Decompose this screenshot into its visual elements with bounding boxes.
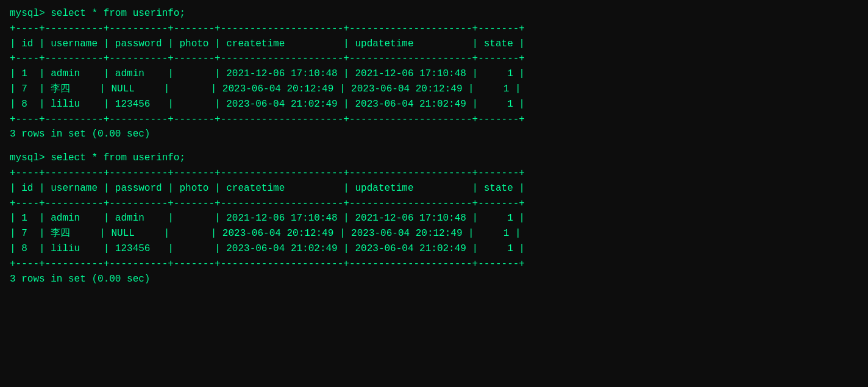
table-header-2: | id | username | password | photo | cre… (10, 181, 858, 196)
result-info-1: 3 rows in set (0.00 sec) (10, 127, 858, 142)
sql-command-2: select * from userinfo; (45, 152, 185, 163)
mysql-prompt-1: mysql> (10, 8, 45, 19)
table-header-1: | id | username | password | photo | cre… (10, 37, 858, 52)
table-row-1-1: | 1 | admin | admin | | 2021-12-06 17:10… (10, 66, 858, 82)
table-sep-mid-2: +----+----------+----------+-------+----… (10, 196, 858, 211)
table-sep-bot-2: +----+----------+----------+-------+----… (10, 257, 858, 272)
terminal: mysql> select * from userinfo; +----+---… (10, 6, 858, 286)
query-block-1: mysql> select * from userinfo; +----+---… (10, 6, 858, 142)
prompt-line-2: mysql> select * from userinfo; (10, 151, 858, 166)
table-row-2-3: | 8 | liliu | 123456 | | 2023-06-04 21:0… (10, 241, 858, 257)
table-sep-bot-1: +----+----------+----------+-------+----… (10, 112, 858, 127)
result-info-2: 3 rows in set (0.00 sec) (10, 272, 858, 287)
table-sep-top-2: +----+----------+----------+-------+----… (10, 166, 858, 181)
table-sep-mid-1: +----+----------+----------+-------+----… (10, 51, 858, 66)
table-row-1-3: | 8 | liliu | 123456 | | 2023-06-04 21:0… (10, 97, 858, 112)
table-row-2-2: | 7 | 李四 | NULL | | 2023-06-04 20:12:49 … (10, 226, 858, 241)
sql-command-1: select * from userinfo; (45, 8, 185, 19)
table-row-1-2: | 7 | 李四 | NULL | | 2023-06-04 20:12:49 … (10, 82, 858, 97)
table-row-2-1: | 1 | admin | admin | | 2021-12-06 17:10… (10, 211, 858, 226)
query-block-2: mysql> select * from userinfo; +----+---… (10, 151, 858, 286)
mysql-prompt-2: mysql> (10, 152, 45, 163)
prompt-line-1: mysql> select * from userinfo; (10, 6, 858, 21)
table-sep-top-1: +----+----------+----------+-------+----… (10, 21, 858, 37)
